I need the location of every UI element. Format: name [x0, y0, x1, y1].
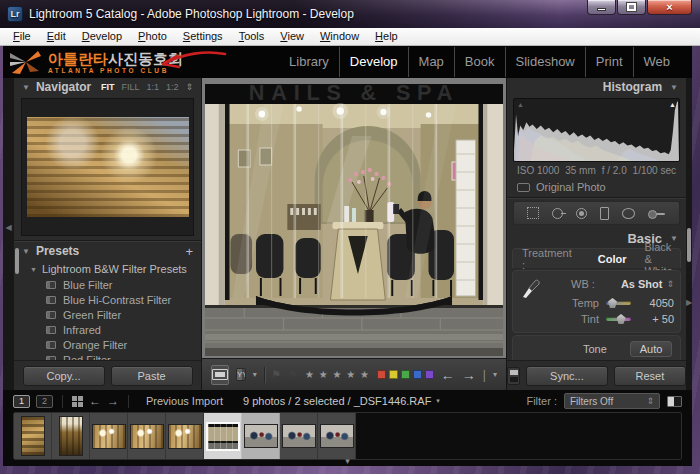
next-photo-button[interactable]: → [462, 367, 476, 383]
navigator-collapse-icon[interactable]: ▼ [22, 83, 30, 92]
grid-view-icon[interactable] [72, 396, 83, 407]
go-back-icon[interactable]: ← [89, 394, 101, 408]
toolbar-options-icon[interactable]: ▾ [493, 370, 497, 379]
wb-dropdown[interactable]: As Shot ⇕ [621, 278, 674, 290]
thumbnail-8[interactable] [280, 413, 318, 459]
left-panel-edge[interactable]: ◀ [3, 78, 14, 390]
tint-slider-thumb[interactable] [617, 314, 626, 324]
before-after-dropdown-icon[interactable]: ▾ [253, 370, 257, 379]
module-book[interactable]: Book [454, 47, 505, 77]
sync-button[interactable]: Sync... [526, 366, 608, 386]
right-panel-scrollbar[interactable] [687, 228, 691, 262]
filter-toggle[interactable] [667, 396, 682, 407]
thumbnail-6-most-selected[interactable] [204, 413, 242, 459]
adjustment-brush-icon[interactable] [648, 208, 666, 219]
zoom-1-1-option[interactable]: 1:1 [146, 82, 159, 92]
color-label-yellow[interactable] [389, 370, 398, 379]
treatment-color-option[interactable]: Color [598, 253, 627, 265]
thumbnail-7-selected[interactable] [242, 413, 280, 459]
temp-value[interactable]: 4050 [638, 297, 674, 309]
preset-group-bw-filters[interactable]: ▼ Lightroom B&W Filter Presets [14, 261, 201, 277]
thumbnail-5[interactable] [166, 413, 204, 459]
preset-blue-hi-contrast-filter[interactable]: Blue Hi-Contrast Filter [14, 292, 201, 307]
preset-orange-filter[interactable]: Orange Filter [14, 337, 201, 352]
menu-photo[interactable]: Photo [130, 28, 175, 45]
module-develop[interactable]: Develop [339, 47, 408, 77]
maximize-button[interactable] [617, 0, 646, 15]
close-button[interactable]: × [647, 0, 692, 15]
flag-reject-icon[interactable]: ⚑ [288, 368, 298, 381]
presets-collapse-icon[interactable]: ▼ [22, 247, 30, 256]
second-window-button[interactable]: 2 [36, 395, 53, 408]
preset-green-filter[interactable]: Green Filter [14, 307, 201, 322]
color-label-blue[interactable] [413, 370, 422, 379]
preset-group-collapse-icon[interactable]: ▼ [30, 266, 37, 273]
filmstrip-source[interactable]: Previous Import [146, 395, 223, 407]
highlight-clipping-icon[interactable]: ▲ [669, 101, 676, 108]
spot-removal-icon[interactable] [552, 208, 563, 219]
auto-tone-button[interactable]: Auto [630, 341, 672, 357]
white-balance-eyedropper-icon[interactable] [520, 278, 542, 300]
color-label-red[interactable] [377, 370, 386, 379]
presets-header[interactable]: ▼ Presets + [14, 241, 201, 261]
loupe-view-button[interactable] [211, 365, 229, 385]
thumbnail-4[interactable] [128, 413, 166, 459]
filmstrip-status[interactable]: 9 photos / 2 selected / _DSF1446.RAF ▾ [243, 395, 440, 407]
radial-filter-icon[interactable] [622, 208, 635, 219]
main-photo[interactable]: NAILS & SPA [205, 84, 503, 356]
star-rating[interactable]: ★ ★ ★ ★ ★ [305, 369, 370, 380]
paste-button[interactable]: Paste [111, 366, 193, 386]
histogram[interactable]: ▲ ▲ [513, 98, 680, 162]
right-panel-edge[interactable]: ▶ [686, 78, 692, 390]
color-label-green[interactable] [401, 370, 410, 379]
temp-slider[interactable] [606, 301, 631, 305]
navigator-preview[interactable] [27, 117, 189, 217]
histogram-collapse-icon[interactable]: ▼ [670, 83, 678, 92]
thumbnail-9[interactable] [318, 413, 356, 459]
window-titlebar[interactable]: Lr Lightroom 5 Catalog - Adobe Photoshop… [0, 0, 700, 28]
add-preset-button[interactable]: + [185, 244, 193, 259]
module-library[interactable]: Library [279, 47, 339, 77]
menu-help[interactable]: Help [367, 28, 406, 45]
left-panel-scrollbar[interactable] [15, 248, 19, 274]
menu-develop[interactable]: Develop [74, 28, 130, 45]
zoom-more-icon[interactable]: ⇕ [185, 82, 193, 92]
module-print[interactable]: Print [585, 47, 633, 77]
menu-file[interactable]: File [5, 28, 39, 45]
navigator-header[interactable]: ▼ Navigator FIT FILL 1:1 1:2 ⇕ [14, 78, 201, 96]
menu-settings[interactable]: Settings [175, 28, 231, 45]
preset-blue-filter[interactable]: Blue Filter [14, 277, 201, 292]
crop-overlay-icon[interactable] [527, 207, 539, 219]
graduated-filter-icon[interactable] [600, 207, 609, 220]
before-after-button[interactable]: Y Y [236, 368, 246, 381]
shadow-clipping-icon[interactable]: ▲ [517, 101, 524, 108]
histogram-header[interactable]: Histogram ▼ [507, 78, 686, 96]
go-forward-icon[interactable]: → [107, 394, 119, 408]
sync-mode-toggle[interactable] [507, 367, 520, 385]
minimize-button[interactable] [587, 0, 616, 15]
tint-value[interactable]: + 50 [638, 313, 674, 325]
red-eye-correction-icon[interactable] [576, 208, 587, 219]
preset-infrared[interactable]: Infrared [14, 322, 201, 337]
menu-view[interactable]: View [272, 28, 312, 45]
module-slideshow[interactable]: Slideshow [505, 47, 585, 77]
copy-button[interactable]: Copy... [23, 366, 105, 386]
temp-slider-thumb[interactable] [608, 298, 617, 308]
color-label-purple[interactable] [425, 370, 434, 379]
flag-pick-icon[interactable]: ⚑ [271, 368, 281, 381]
zoom-1-2-option[interactable]: 1:2 [166, 82, 179, 92]
collapse-filmstrip-icon[interactable]: ▾ [345, 457, 350, 466]
thumbnail-1[interactable] [14, 413, 52, 459]
filter-dropdown[interactable]: Filters Off ⇕ [564, 393, 660, 409]
collapse-left-panel-icon[interactable]: ◀ [3, 223, 14, 232]
menu-window[interactable]: Window [312, 28, 367, 45]
main-window-button[interactable]: 1 [13, 395, 30, 408]
zoom-fill-option[interactable]: FILL [121, 82, 139, 92]
tint-slider[interactable] [606, 317, 631, 321]
module-web[interactable]: Web [633, 47, 681, 77]
thumbnail-2[interactable] [52, 413, 90, 459]
menu-tools[interactable]: Tools [231, 28, 273, 45]
zoom-fit-option[interactable]: FIT [101, 82, 115, 92]
collapse-right-panel-icon[interactable]: ▶ [686, 298, 692, 307]
module-map[interactable]: Map [408, 47, 454, 77]
